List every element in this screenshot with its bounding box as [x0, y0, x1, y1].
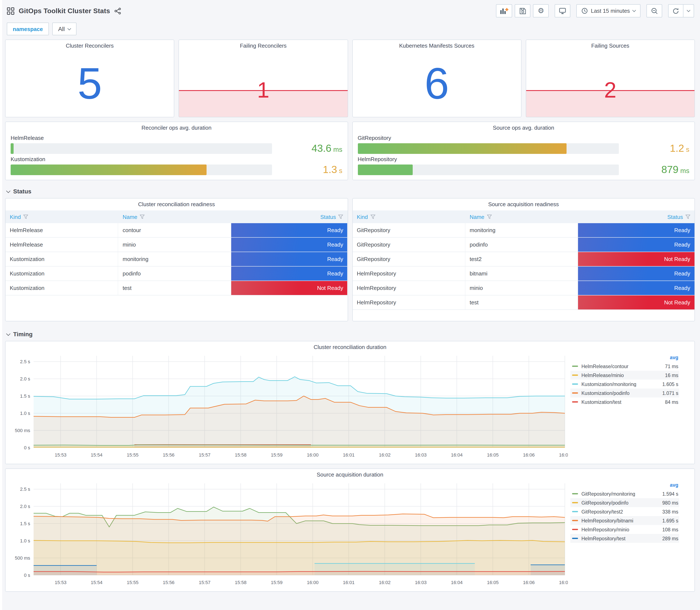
- gauge-fill: [11, 164, 207, 175]
- section-header-status[interactable]: Status: [7, 188, 694, 195]
- x-axis-tick-label: 15:57: [199, 580, 211, 585]
- y-axis-tick-label: 1.0 s: [20, 538, 30, 544]
- y-axis-tick-label: 1.5 s: [20, 394, 30, 399]
- legend-item[interactable]: Kustomization/podinfo1.071 s: [570, 388, 679, 398]
- clock-icon: [582, 7, 588, 14]
- x-axis-tick-label: 15:56: [163, 580, 175, 585]
- panel-title[interactable]: Kubernetes Manifests Sources: [353, 40, 521, 50]
- legend-series-name: HelmRepository/bitnami: [582, 518, 662, 523]
- filter-icon[interactable]: [140, 215, 145, 219]
- panel-title[interactable]: Source acquisition readiness: [353, 198, 695, 209]
- column-header-kind[interactable]: Kind: [5, 210, 118, 223]
- legend-item[interactable]: HelmRelease/contour71 ms: [570, 362, 679, 371]
- legend-avg-header[interactable]: avg: [570, 481, 679, 489]
- legend-item[interactable]: GitRepository/podinfo980 ms: [570, 498, 679, 507]
- panel-reconciler-ops-duration: Reconciler ops avg. duration HelmRelease…: [5, 122, 348, 180]
- status-badge: Not Ready: [578, 252, 695, 266]
- legend-item[interactable]: HelmRepository/minio108 ms: [570, 525, 679, 534]
- panel-title[interactable]: Cluster reconciliation duration: [5, 341, 695, 352]
- name-cell: podinfo: [118, 267, 231, 280]
- kind-cell: HelmRelease: [5, 223, 118, 237]
- namespace-filter-value[interactable]: All: [52, 22, 77, 35]
- panel-title[interactable]: Failing Reconcilers: [179, 40, 348, 50]
- y-axis-tick-label: 1.5 s: [20, 521, 30, 526]
- section-header-timing[interactable]: Timing: [7, 331, 694, 338]
- legend-series-name: Kustomization/podinfo: [582, 390, 662, 396]
- legend-item[interactable]: Kustomization/test84 ms: [570, 398, 679, 406]
- filter-icon[interactable]: [487, 215, 491, 219]
- legend-item[interactable]: HelmRepository/bitnami1.695 s: [570, 516, 679, 525]
- kind-cell: HelmRepository: [353, 295, 466, 309]
- legend-item[interactable]: HelmRelease/minio16 ms: [570, 371, 679, 380]
- add-panel-button[interactable]: [496, 4, 512, 17]
- x-axis-tick-label: 16:06: [523, 452, 535, 458]
- legend-avg-value: 980 ms: [662, 500, 678, 505]
- x-axis-tick-label: 15:59: [271, 580, 283, 585]
- legend-series-name: HelmRelease/minio: [582, 373, 665, 378]
- legend-avg-value: 1.594 s: [662, 491, 678, 496]
- settings-button[interactable]: ⚙: [533, 4, 549, 17]
- tv-mode-button[interactable]: [555, 4, 570, 17]
- legend-item[interactable]: Kustomization/monitoring1.605 s: [570, 380, 679, 388]
- chevron-down-icon: [687, 9, 690, 12]
- namespace-filter-label[interactable]: namespace: [7, 22, 49, 35]
- name-cell: monitoring: [118, 252, 231, 266]
- tables-row: Cluster reconciliation readiness KindNam…: [5, 198, 695, 321]
- legend-avg-header[interactable]: avg: [570, 353, 679, 362]
- series-color-swatch: [572, 383, 578, 385]
- panel-title[interactable]: Cluster Reconcilers: [5, 40, 174, 50]
- x-axis-tick-label: 15:58: [235, 452, 246, 458]
- column-header-status[interactable]: Status: [578, 210, 695, 223]
- gauge-label: GitRepository: [358, 135, 689, 141]
- column-header-status[interactable]: Status: [231, 210, 347, 223]
- y-axis-tick-label: 2.0 s: [20, 504, 30, 509]
- table-row: KustomizationtestNot Ready: [5, 281, 347, 295]
- panel-source-acquisition-duration: Source acquisition duration 0 s500 ms1.0…: [5, 468, 695, 592]
- filter-icon[interactable]: [339, 215, 343, 219]
- column-header-name[interactable]: Name: [466, 210, 578, 223]
- time-series-plot[interactable]: 0 s500 ms1.0 s1.5 s2.0 s2.5 s15:5315:541…: [8, 352, 568, 461]
- filter-icon[interactable]: [370, 215, 375, 219]
- save-dashboard-button[interactable]: [515, 4, 531, 17]
- panel-cluster-reconciliation-duration: Cluster reconciliation duration 0 s500 m…: [5, 341, 695, 464]
- time-series-plot[interactable]: 0 s500 ms1.0 s1.5 s2.0 s2.5 s15:5315:541…: [8, 480, 568, 589]
- dashboard-header: GitOps Toolkit Cluster Stats ⚙: [0, 0, 700, 20]
- panel-title[interactable]: Cluster reconciliation readiness: [5, 198, 347, 209]
- panel-source-acquisition-readiness: Source acquisition readiness KindNameSta…: [352, 198, 695, 321]
- status-badge: Ready: [231, 238, 347, 252]
- y-axis-tick-label: 0 s: [24, 573, 30, 578]
- panel-title[interactable]: Reconciler ops avg. duration: [5, 122, 347, 132]
- refresh-button[interactable]: [669, 5, 683, 17]
- legend-item[interactable]: HelmRepository/test289 ms: [570, 534, 679, 543]
- column-header-name[interactable]: Name: [118, 210, 231, 223]
- status-badge: Ready: [578, 238, 695, 252]
- status-badge: Ready: [578, 267, 695, 280]
- filter-icon[interactable]: [23, 215, 28, 219]
- x-axis-tick-label: 16:00: [307, 452, 319, 458]
- share-icon[interactable]: [114, 7, 121, 14]
- legend-item[interactable]: GitRepository/monitoring1.594 s: [570, 489, 679, 498]
- panel-title[interactable]: Source acquisition duration: [5, 469, 695, 479]
- zoom-out-time-button[interactable]: [647, 4, 662, 17]
- table-row: GitRepositorymonitoringReady: [353, 223, 695, 238]
- series-color-swatch: [572, 374, 578, 376]
- kind-cell: HelmRepository: [353, 281, 466, 295]
- time-range-picker[interactable]: Last 15 minutes: [576, 4, 640, 17]
- refresh-interval-dropdown[interactable]: [683, 5, 694, 17]
- gauge-label: Kustomization: [11, 156, 342, 162]
- stat-panel-kubernetes-manifests-sources: Kubernetes Manifests Sources 6: [352, 39, 521, 117]
- table-header-row: KindNameStatus: [353, 210, 695, 223]
- apps-grid-icon[interactable]: [7, 7, 14, 15]
- status-badge: Ready: [578, 223, 695, 237]
- filter-icon[interactable]: [686, 215, 690, 219]
- legend-item[interactable]: GitRepository/test2338 ms: [570, 507, 679, 516]
- column-header-kind[interactable]: Kind: [353, 210, 466, 223]
- panel-title[interactable]: Failing Sources: [526, 40, 695, 50]
- panel-title[interactable]: Source ops avg. duration: [353, 122, 695, 132]
- gauge-track: [11, 143, 272, 154]
- legend-avg-value: 108 ms: [662, 527, 678, 532]
- legend-avg-value: 16 ms: [665, 373, 678, 378]
- section-title: Status: [13, 188, 31, 195]
- x-axis-tick-label: 16:01: [343, 580, 355, 585]
- x-axis-tick-label: 16:06: [523, 580, 535, 585]
